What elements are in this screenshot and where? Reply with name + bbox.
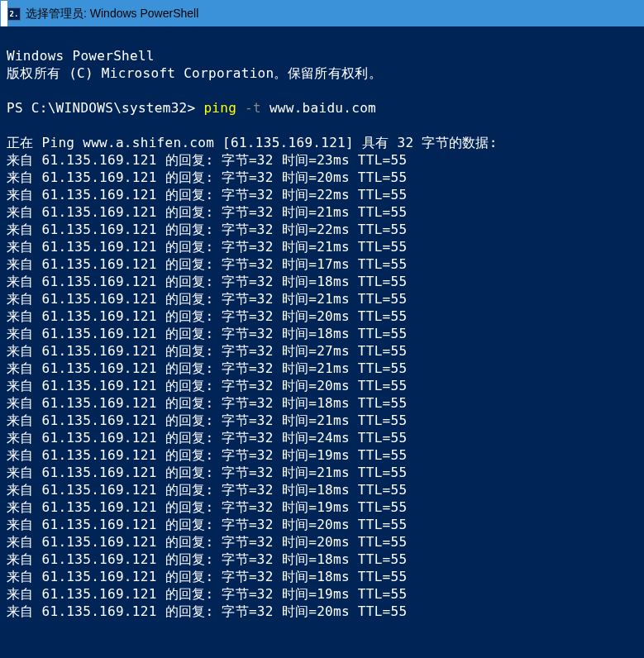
window-titlebar[interactable]: 2. 选择管理员: Windows PowerShell	[0, 0, 644, 26]
terminal-output[interactable]: Windows PowerShell 版权所有 (C) Microsoft Co…	[0, 26, 644, 623]
ping-header: 正在 Ping www.a.shifen.com [61.135.169.121…	[7, 135, 498, 150]
ping-reply-list: 来自 61.135.169.121 的回复: 字节=32 时间=23ms TTL…	[7, 152, 407, 619]
command-target: www.baidu.com	[270, 100, 376, 116]
command-name: ping	[203, 100, 236, 116]
powershell-icon: 2.	[7, 7, 21, 21]
ps-header-line2: 版权所有 (C) Microsoft Corporation。保留所有权利。	[7, 65, 382, 81]
prompt-path: PS C:\WINDOWS\system32>	[7, 100, 195, 116]
titlebar-content: 2. 选择管理员: Windows PowerShell	[7, 1, 643, 26]
command-flag: -t	[245, 100, 261, 116]
ps-header-line1: Windows PowerShell	[7, 48, 155, 64]
window-title: 选择管理员: Windows PowerShell	[26, 7, 198, 21]
